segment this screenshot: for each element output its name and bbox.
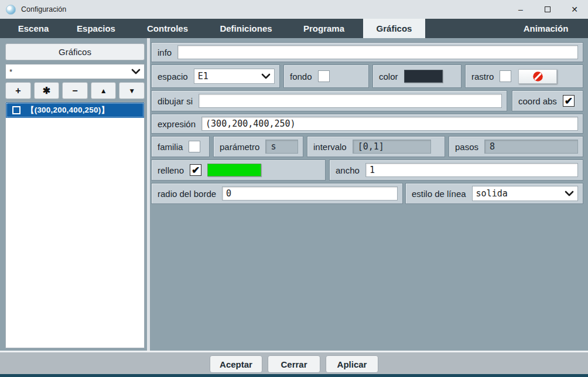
ancho-input[interactable] [365, 163, 578, 177]
pasos-field: 8 [484, 140, 578, 154]
accept-button[interactable]: Aceptar [210, 355, 262, 373]
familia-checkbox[interactable] [189, 141, 200, 152]
intervalo-group: intervalo [0,1] [307, 136, 445, 157]
add-graphic-button[interactable]: + [5, 82, 31, 99]
radio-borde-input[interactable] [222, 186, 398, 201]
dibujar-si-label: dibujar si [152, 96, 199, 106]
espacio-value: E1 [198, 71, 208, 81]
app-icon [6, 5, 16, 15]
configuration-window: Configuración – ✕ Escena Espacios Contro… [0, 0, 588, 377]
fondo-checkbox[interactable] [318, 70, 330, 82]
tab-graficos-active[interactable]: Gráficos [363, 19, 425, 38]
no-trace-icon [532, 71, 543, 82]
window-title: Configuración [21, 5, 66, 13]
rastro-label: rastro [466, 72, 500, 81]
espacio-label: espacio [152, 72, 194, 81]
dibujar-si-input[interactable] [199, 94, 502, 108]
estilo-linea-group: estilo de línea solida [405, 183, 583, 204]
estilo-linea-value: solida [476, 188, 508, 199]
graphics-list: 【(300,200,400,250)】 [5, 102, 145, 348]
maximize-icon [545, 6, 551, 12]
maximize-button[interactable] [534, 0, 561, 19]
pasos-label: pasos [449, 142, 484, 152]
graphics-toolbar: + ✱ − ▲ ▼ [5, 82, 145, 99]
estilo-linea-label: estilo de línea [406, 189, 472, 199]
color-group: color [372, 64, 461, 88]
relleno-label: relleno [152, 165, 190, 175]
fill-color-swatch[interactable] [207, 164, 261, 176]
parametro-group: parámetro s [213, 136, 303, 157]
pasos-group: pasos 8 [449, 136, 583, 157]
minimize-button[interactable]: – [507, 0, 534, 19]
tab-controles[interactable]: Controles [139, 19, 196, 38]
panel-divider [147, 38, 150, 351]
close-button[interactable]: ✕ [561, 0, 588, 19]
estilo-linea-select[interactable]: solida [472, 186, 578, 201]
intervalo-label: intervalo [307, 142, 353, 152]
tab-definiciones[interactable]: Definiciones [214, 19, 278, 38]
familia-group: familia [151, 136, 210, 157]
tab-escena[interactable]: Escena [8, 19, 59, 38]
clear-trace-button[interactable] [518, 69, 557, 84]
fondo-label: fondo [284, 72, 318, 81]
dibujar-si-group: dibujar si [151, 90, 507, 111]
espacio-group: espacio E1 [151, 64, 280, 88]
coord-abs-group: coord abs [512, 90, 583, 111]
ancho-label: ancho [330, 165, 365, 175]
window-bottom-edge [0, 374, 588, 377]
duplicate-graphic-button[interactable]: ✱ [34, 82, 60, 99]
fondo-group: fondo [283, 64, 369, 88]
tab-programa[interactable]: Programa [295, 19, 353, 38]
parametro-field: s [265, 140, 298, 154]
list-item-label: 【(300,200,400,250)】 [26, 105, 109, 116]
ancho-group: ancho [329, 159, 583, 181]
color-swatch[interactable] [404, 70, 443, 83]
chevron-down-icon [565, 191, 574, 196]
rastro-checkbox[interactable] [500, 70, 511, 82]
radio-borde-label: radio del borde [152, 189, 222, 199]
chevron-down-icon [131, 69, 141, 74]
familia-label: familia [152, 142, 189, 152]
remove-graphic-button[interactable]: − [62, 82, 88, 99]
info-group: info [151, 42, 583, 62]
info-input[interactable] [177, 45, 578, 59]
chevron-down-icon [261, 73, 271, 79]
graphics-list-header: Gráficos [5, 43, 145, 60]
expresion-label: expresión [152, 119, 201, 129]
graphics-filter-value: * [9, 67, 12, 76]
title-bar: Configuración – ✕ [0, 0, 588, 19]
list-item-checkbox[interactable] [12, 106, 20, 114]
coord-abs-label: coord abs [512, 96, 563, 106]
content-area: Gráficos * + ✱ − ▲ ▼ 【(300,200,400,250)】… [0, 38, 588, 351]
espacio-select[interactable]: E1 [194, 69, 275, 84]
expresion-input[interactable] [201, 117, 578, 131]
coord-abs-checkbox[interactable] [563, 95, 575, 107]
relleno-checkbox[interactable] [190, 164, 201, 176]
footer: Aceptar Cerrar Aplicar [0, 352, 588, 374]
expresion-group: expresión [151, 114, 583, 134]
radio-borde-group: radio del borde [151, 183, 403, 204]
move-up-button[interactable]: ▲ [91, 82, 117, 99]
close-dialog-button[interactable]: Cerrar [268, 355, 320, 373]
info-label: info [152, 47, 177, 57]
relleno-group: relleno [151, 159, 326, 181]
parametro-label: parámetro [214, 142, 265, 152]
rastro-group: rastro [465, 64, 583, 88]
move-down-button[interactable]: ▼ [119, 82, 145, 99]
tab-bar: Escena Espacios Controles Definiciones P… [0, 19, 588, 38]
color-label: color [373, 72, 404, 81]
tab-espacios[interactable]: Espacios [68, 19, 124, 38]
apply-button[interactable]: Aplicar [326, 355, 378, 373]
window-controls: – ✕ [507, 0, 588, 19]
tab-animacion[interactable]: Animación [517, 19, 575, 38]
graphics-list-item-selected[interactable]: 【(300,200,400,250)】 [6, 103, 144, 118]
graphics-filter-select[interactable]: * [5, 64, 145, 79]
intervalo-field: [0,1] [353, 140, 431, 154]
